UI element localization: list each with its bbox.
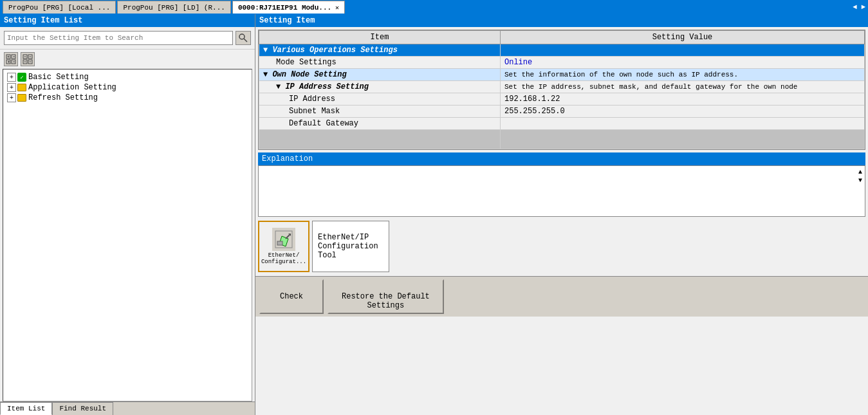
- tree-label-refresh: Refresh Setting: [28, 93, 98, 102]
- table-row[interactable]: Default Gateway: [259, 118, 865, 130]
- tree-item-application-setting[interactable]: + Application Setting: [7, 82, 248, 93]
- bottom-tabs: Item List Find Result: [0, 401, 255, 415]
- col-header-item: Item: [259, 31, 501, 44]
- row-item-cell: ▼ Various Operations Settings: [259, 44, 501, 57]
- tab-progpou-local[interactable]: ProgPou [PRG] [Local ...: [3, 1, 116, 14]
- table-row[interactable]: ▼ IP Address Setting Set the IP address,…: [259, 81, 865, 93]
- left-panel: Setting Item List: [0, 14, 255, 415]
- search-button[interactable]: [235, 31, 251, 45]
- tree-area: + ✓ Basic Setting + Application Setting …: [3, 69, 252, 401]
- explanation-title: Explanation: [258, 152, 865, 165]
- tool-section: EtherNet/Configurat... EtherNet/IPConfig…: [255, 217, 868, 276]
- main-container: Setting Item List: [0, 14, 868, 415]
- folder-icon-refresh: [17, 94, 26, 102]
- expand-all-icon: [6, 54, 16, 64]
- tool-popup-text: EtherNet/IPConfigurationTool: [318, 233, 378, 260]
- row-value-cell: [501, 130, 865, 149]
- tool-popup[interactable]: EtherNet/IPConfigurationTool: [312, 221, 389, 272]
- bottom-buttons: Check Restore the DefaultSettings: [255, 276, 868, 317]
- expand-icon-basic[interactable]: +: [7, 73, 16, 82]
- table-row[interactable]: ▼ Various Operations Settings: [259, 44, 865, 57]
- expand-icon-app[interactable]: +: [7, 83, 16, 92]
- scroll-up-icon[interactable]: ▲: [858, 169, 862, 176]
- explanation-section: Explanation ▲ ▼: [255, 152, 868, 217]
- table-row[interactable]: ▼ Own Node Setting Set the information o…: [259, 69, 865, 81]
- scroll-down-icon[interactable]: ▼: [858, 177, 862, 184]
- table-row[interactable]: Mode Settings Online: [259, 57, 865, 69]
- tab-label-2: ProgPou [PRG] [LD] (R...: [123, 4, 225, 12]
- explanation-content[interactable]: ▲ ▼: [258, 165, 865, 217]
- collapse-all-icon: [23, 54, 33, 64]
- expand-all-button[interactable]: [4, 52, 18, 66]
- row-value-cell: [501, 118, 865, 130]
- row-item-cell: Mode Settings: [259, 57, 501, 69]
- tab-item-list[interactable]: Item List: [0, 402, 52, 415]
- right-panel-title: Setting Item: [255, 14, 868, 27]
- setting-table: Item Setting Value ▼ Various Operations …: [259, 30, 865, 149]
- right-panel: Setting Item Item Setting Value ▼ Variou…: [255, 14, 868, 415]
- collapse-all-button[interactable]: [21, 52, 35, 66]
- nav-arrows[interactable]: ◄ ►: [853, 3, 865, 11]
- svg-point-0: [239, 34, 245, 39]
- search-area: [0, 27, 255, 50]
- row-value-cell: Set the IP address, subnet mask, and def…: [501, 81, 865, 93]
- tree-item-basic-setting[interactable]: + ✓ Basic Setting: [7, 72, 248, 82]
- search-icon: [239, 33, 248, 42]
- row-value-cell: [501, 44, 865, 57]
- tool-icon-ethernet[interactable]: EtherNet/Configurat...: [258, 221, 309, 272]
- tree-label-app: Application Setting: [28, 83, 116, 92]
- expand-icon-refresh[interactable]: +: [7, 93, 16, 102]
- table-row: [259, 130, 865, 149]
- row-item-cell: ▼ Own Node Setting: [259, 69, 501, 81]
- row-item-cell: [259, 130, 501, 149]
- title-bar: ProgPou [PRG] [Local ... ProgPou [PRG] […: [0, 0, 868, 14]
- svg-rect-21: [277, 241, 282, 245]
- row-item-cell: ▼ IP Address Setting: [259, 81, 501, 93]
- table-row[interactable]: IP Address 192.168.1.22: [259, 93, 865, 106]
- tab-find-result[interactable]: Find Result: [52, 402, 113, 415]
- tree-toolbar: [0, 50, 255, 69]
- row-value-cell: Online: [501, 57, 865, 69]
- tab-module[interactable]: 0000:RJ71EIP91 Modu... ✕: [232, 1, 345, 14]
- tree-item-refresh-setting[interactable]: + Refresh Setting: [7, 93, 248, 103]
- ethernet-config-icon: [272, 228, 295, 251]
- row-item-cell: Default Gateway: [259, 118, 501, 130]
- col-header-value: Setting Value: [501, 31, 865, 44]
- search-input[interactable]: [4, 31, 233, 45]
- tab-close-icon[interactable]: ✕: [335, 4, 339, 12]
- row-value-cell: Set the information of the own node such…: [501, 69, 865, 81]
- restore-defaults-button[interactable]: Restore the DefaultSettings: [328, 279, 444, 314]
- row-item-cell: IP Address: [259, 93, 501, 106]
- table-row[interactable]: Subnet Mask 255.255.255.0: [259, 106, 865, 118]
- row-value-cell: 192.168.1.22: [501, 93, 865, 106]
- row-value-cell: 255.255.255.0: [501, 106, 865, 118]
- tab-progpou-ld[interactable]: ProgPou [PRG] [LD] (R...: [117, 1, 230, 14]
- setting-table-area: Item Setting Value ▼ Various Operations …: [258, 30, 865, 150]
- tab-label-1: ProgPou [PRG] [Local ...: [8, 4, 110, 12]
- check-icon-basic: ✓: [17, 73, 26, 82]
- folder-icon-app: [17, 84, 26, 91]
- tool-short-label: EtherNet/Configurat...: [261, 252, 306, 265]
- row-item-cell: Subnet Mask: [259, 106, 501, 118]
- tab-label-3: 0000:RJ71EIP91 Modu...: [238, 4, 331, 12]
- svg-line-1: [244, 39, 247, 42]
- tree-label-basic: Basic Setting: [28, 73, 89, 82]
- check-button[interactable]: Check: [259, 279, 324, 314]
- left-panel-title: Setting Item List: [0, 14, 255, 27]
